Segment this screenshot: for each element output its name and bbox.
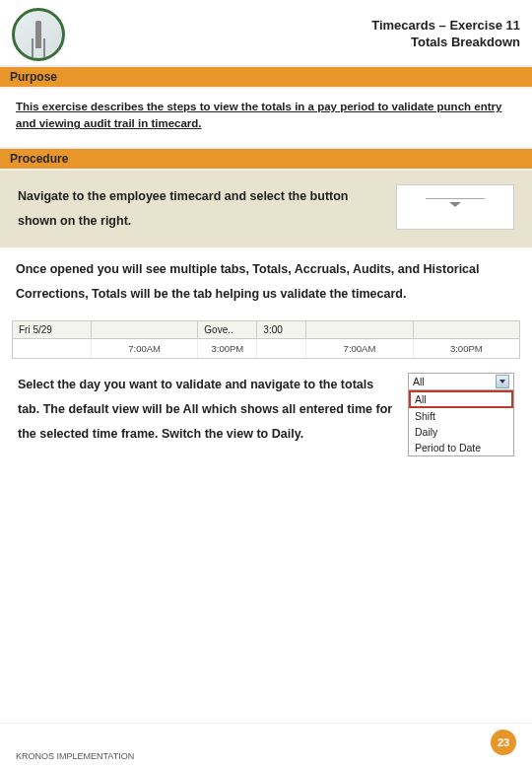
dropdown-value: All [413, 376, 425, 387]
state-seal-logo [12, 8, 65, 61]
cell-out1: 3:00PM [198, 339, 257, 358]
section-procedure: Procedure [0, 147, 532, 171]
step1-block: Navigate to the employee timecard and se… [0, 171, 532, 247]
title-line2: Totals Breakdown [65, 35, 520, 51]
header-mid: Gove.. [198, 321, 257, 338]
title-block: Timecards – Exercise 11 Totals Breakdown [65, 18, 520, 51]
step2-text: Once opened you will see multiple tabs, … [0, 247, 532, 316]
chevron-down-icon[interactable] [496, 375, 509, 388]
dropdown-option-all[interactable]: All [409, 390, 513, 408]
step3-text: Select the day you want to validate and … [18, 373, 398, 456]
dropdown-list: All Shift Daily Period to Date [408, 390, 514, 456]
header-date: Fri 5/29 [13, 321, 92, 338]
table-header-row: Fri 5/29 Gove.. 3:00 [13, 321, 519, 339]
dropdown-field[interactable]: All [408, 373, 514, 390]
cell-out2: 3:00PM [414, 339, 519, 358]
view-dropdown[interactable]: All All Shift Daily Period to Date [408, 373, 514, 456]
dropdown-option-daily[interactable]: Daily [409, 424, 513, 440]
cell-in2: 7:00AM [306, 339, 413, 358]
step3-block: Select the day you want to validate and … [0, 359, 532, 460]
title-line1: Timecards – Exercise 11 [65, 18, 520, 35]
section-purpose: Purpose [0, 65, 532, 89]
step1-text: Navigate to the employee timecard and se… [18, 184, 386, 234]
table-row: 7:00AM 3:00PM 7:00AM 3:00PM [13, 339, 519, 358]
header-val: 3:00 [257, 321, 306, 338]
expand-drawer-button[interactable] [396, 184, 514, 230]
dropdown-option-shift[interactable]: Shift [409, 408, 513, 424]
timecard-grid: Fri 5/29 Gove.. 3:00 7:00AM 3:00PM 7:00A… [12, 320, 520, 359]
cell-in1: 7:00AM [92, 339, 198, 358]
footer-label: KRONOS IMPLEMENTATION [16, 751, 134, 761]
dropdown-option-period[interactable]: Period to Date [409, 440, 513, 455]
page-number-badge: 23 [491, 730, 516, 755]
page-header: Timecards – Exercise 11 Totals Breakdown [0, 0, 532, 65]
purpose-text: This exercise describes the steps to vie… [0, 89, 532, 147]
chevron-down-icon [426, 198, 485, 216]
page-footer: KRONOS IMPLEMENTATION 23 [0, 723, 532, 769]
